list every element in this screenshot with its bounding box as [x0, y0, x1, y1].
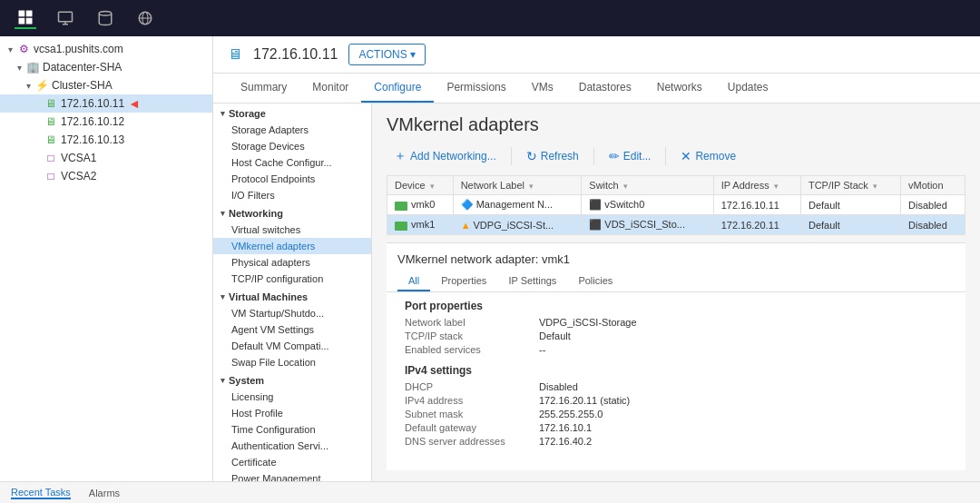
- sidebar-item-datacenter[interactable]: ▾ 🏢 Datacenter-SHA: [0, 58, 212, 76]
- tab-updates[interactable]: Updates: [715, 74, 781, 103]
- port-properties-section: Port properties Network label VDPG_iSCSI…: [405, 300, 947, 355]
- ipv4-dhcp-key: DHCP: [405, 381, 532, 392]
- config-item-licensing[interactable]: Licensing: [213, 389, 371, 405]
- tab-summary[interactable]: Summary: [228, 74, 299, 103]
- detail-tab-ip-settings[interactable]: IP Settings: [497, 271, 567, 291]
- config-section-vms-header[interactable]: ▾ Virtual Machines: [213, 287, 371, 305]
- toolbar-sep-1: [511, 147, 512, 165]
- sidebar-item-host3[interactable]: 🖥 172.16.10.13: [0, 131, 212, 149]
- ipv4-dhcp-value: Disabled: [539, 381, 578, 392]
- config-item-vm-startup[interactable]: VM Startup/Shutdo...: [213, 305, 371, 321]
- tab-vms[interactable]: VMs: [519, 74, 566, 103]
- status-tab-tasks[interactable]: Recent Tasks: [11, 487, 71, 499]
- tab-networks[interactable]: Networks: [644, 74, 715, 103]
- sidebar-item-host2[interactable]: 🖥 172.16.10.12: [0, 113, 212, 131]
- tab-datastores[interactable]: Datastores: [566, 74, 644, 103]
- col-tcpip-stack[interactable]: TCP/IP Stack ▾: [800, 176, 900, 195]
- table-row-vmk0[interactable]: vmk0 🔷Management N... ⬛vSwitch0 172.16.1…: [387, 195, 965, 215]
- col-vmotion[interactable]: vMotion: [901, 176, 965, 195]
- layout-icon[interactable]: [15, 7, 36, 29]
- edit-button[interactable]: ✏ Edit...: [602, 145, 659, 167]
- port-network-label-value: VDPG_iSCSI-Storage: [539, 317, 637, 328]
- add-icon: ＋: [394, 148, 407, 164]
- col-switch[interactable]: Switch ▾: [582, 176, 713, 195]
- config-item-swap-file[interactable]: Swap File Location: [213, 354, 371, 370]
- col-ip-address[interactable]: IP Address ▾: [713, 176, 800, 195]
- tab-monitor[interactable]: Monitor: [299, 74, 361, 103]
- sidebar-item-host1[interactable]: 🖥 172.16.10.11 ◄: [0, 94, 212, 113]
- detail-tab-policies[interactable]: Policies: [567, 271, 623, 291]
- detail-tab-properties[interactable]: Properties: [430, 271, 497, 291]
- toolbar-sep-2: [593, 147, 594, 165]
- tab-permissions[interactable]: Permissions: [434, 74, 518, 103]
- detail-tab-all[interactable]: All: [397, 271, 430, 291]
- config-item-io-filters[interactable]: I/O Filters: [213, 187, 371, 203]
- vmk1-device-icon: [395, 222, 407, 231]
- sidebar-label-vcsa1vm: VCSA1: [61, 152, 96, 164]
- switch-filter-icon[interactable]: ▾: [623, 182, 628, 191]
- refresh-button[interactable]: ↻ Refresh: [519, 145, 586, 167]
- remove-button[interactable]: ✕ Remove: [673, 145, 743, 167]
- config-section-system-header[interactable]: ▾ System: [213, 370, 371, 389]
- network-label-filter-icon[interactable]: ▾: [529, 182, 534, 191]
- tab-bar: Summary Monitor Configure Permissions VM…: [213, 74, 980, 104]
- edit-label: Edit...: [623, 150, 652, 163]
- config-section-networking: ▾ Networking Virtual switches VMkernel a…: [213, 203, 371, 287]
- col-device[interactable]: Device ▾: [387, 176, 454, 195]
- table-row-vmk1[interactable]: vmk1 ▲VDPG_iSCSI-St... ⬛VDS_iSCSI_Sto...…: [387, 215, 965, 235]
- config-item-protocol-endpoints[interactable]: Protocol Endpoints: [213, 171, 371, 187]
- tab-configure[interactable]: Configure: [361, 74, 434, 103]
- config-item-host-profile[interactable]: Host Profile: [213, 405, 371, 421]
- config-item-storage-devices[interactable]: Storage Devices: [213, 138, 371, 154]
- config-section-networking-header[interactable]: ▾ Networking: [213, 203, 371, 222]
- config-item-host-cache[interactable]: Host Cache Configur...: [213, 154, 371, 171]
- config-item-virtual-switches[interactable]: Virtual switches: [213, 222, 371, 238]
- ipv4-dhcp-row: DHCP Disabled: [405, 381, 947, 392]
- svg-rect-3: [26, 18, 33, 25]
- add-networking-button[interactable]: ＋ Add Networking...: [387, 144, 504, 168]
- content-area: 🖥 172.16.10.11 ACTIONS ▾ Summary Monitor…: [213, 36, 980, 481]
- svg-rect-4: [59, 12, 73, 22]
- tcpip-filter-icon[interactable]: ▾: [873, 182, 877, 191]
- config-item-storage-adapters[interactable]: Storage Adapters: [213, 122, 371, 138]
- sidebar-item-vcsa2vm[interactable]: □ VCSA2: [0, 167, 212, 185]
- config-item-default-vm[interactable]: Default VM Compati...: [213, 338, 371, 354]
- col-network-label[interactable]: Network Label ▾: [453, 176, 582, 195]
- sidebar-item-vcsa1[interactable]: ▾ ⚙ vcsa1.pushits.com: [0, 40, 212, 58]
- vmk0-device: vmk0: [411, 199, 435, 210]
- monitor-icon[interactable]: [54, 7, 76, 29]
- sidebar-item-cluster[interactable]: ▾ ⚡ Cluster-SHA: [0, 76, 212, 94]
- database-icon[interactable]: [94, 7, 116, 29]
- dns-row: DNS server addresses 172.16.40.2: [405, 436, 947, 447]
- port-enabled-key: Enabled services: [405, 344, 532, 355]
- config-section-storage-header[interactable]: ▾ Storage: [213, 104, 371, 122]
- config-item-physical-adapters[interactable]: Physical adapters: [213, 254, 371, 271]
- config-item-tcpip-config[interactable]: TCP/IP configuration: [213, 271, 371, 287]
- refresh-label: Refresh: [541, 150, 579, 163]
- config-panel: ▾ Storage Storage Adapters Storage Devic…: [213, 104, 372, 481]
- status-bar: Recent Tasks Alarms: [0, 481, 980, 503]
- status-tab-alarms[interactable]: Alarms: [89, 488, 120, 498]
- config-item-vmkernel-adapters[interactable]: VMkernel adapters: [213, 238, 371, 254]
- globe-icon[interactable]: [134, 7, 156, 29]
- svg-rect-0: [19, 11, 25, 17]
- config-item-time-config[interactable]: Time Configuration: [213, 421, 371, 438]
- config-item-auth-services[interactable]: Authentication Servi...: [213, 438, 371, 454]
- refresh-icon: ↻: [526, 149, 537, 163]
- vcsa-icon: ⚙: [16, 42, 31, 56]
- svg-rect-1: [26, 11, 33, 17]
- device-filter-icon[interactable]: ▾: [430, 182, 435, 191]
- actions-button[interactable]: ACTIONS ▾: [348, 44, 426, 65]
- config-item-certificate[interactable]: Certificate: [213, 454, 371, 470]
- config-item-agent-vm[interactable]: Agent VM Settings: [213, 321, 371, 338]
- sidebar-item-vcsa1vm[interactable]: □ VCSA1: [0, 149, 212, 167]
- sidebar-label-host1: 172.16.10.11: [61, 97, 124, 110]
- sidebar-label-host3: 172.16.10.13: [61, 133, 124, 146]
- config-item-power-mgmt[interactable]: Power Management: [213, 470, 371, 481]
- config-section-system: ▾ System Licensing Host Profile Time Con…: [213, 370, 371, 481]
- port-tcpip-row: TCP/IP stack Default: [405, 330, 947, 341]
- vmk0-vmotion: Disabled: [901, 195, 965, 215]
- svg-point-7: [99, 12, 112, 16]
- ip-filter-icon[interactable]: ▾: [774, 182, 779, 191]
- host-header-title: 172.16.10.11: [253, 46, 338, 63]
